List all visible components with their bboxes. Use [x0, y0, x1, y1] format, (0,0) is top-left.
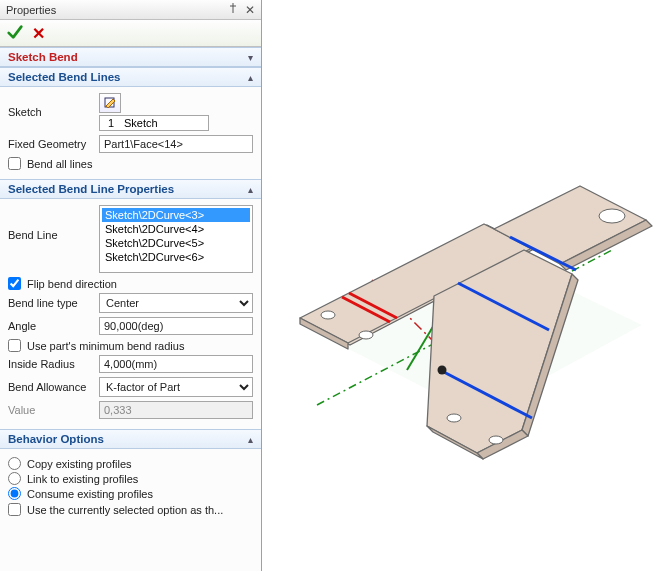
bend-line-item[interactable]: Sketch\2DCurve<6> — [102, 250, 250, 264]
section-behavior-header[interactable]: Behavior Options ▴ — [0, 429, 261, 449]
feature-name: Sketch Bend — [8, 51, 78, 63]
sketch-field[interactable]: 1 Sketch — [99, 115, 209, 131]
link-profiles-radio[interactable]: Link to existing profiles — [8, 472, 253, 485]
value-label: Value — [8, 404, 93, 416]
section-bend-props-header[interactable]: Selected Bend Line Properties ▴ — [0, 179, 261, 199]
default-option-label: Use the currently selected option as th.… — [27, 504, 223, 516]
svg-point-31 — [447, 414, 461, 422]
bend-allowance-select[interactable]: K-factor of Part — [99, 377, 253, 397]
section-title: Selected Bend Line Properties — [8, 183, 174, 195]
use-min-radius-checkbox[interactable]: Use part's minimum bend radius — [8, 339, 253, 352]
chevron-down-icon: ▾ — [248, 52, 253, 63]
section-title: Selected Bend Lines — [8, 71, 120, 83]
flip-bend-checkbox[interactable]: Flip bend direction — [8, 277, 253, 290]
angle-label: Angle — [8, 320, 93, 332]
properties-panel: Properties ✕ ✕ Sketch Bend ▾ Selected Be… — [0, 0, 262, 571]
flip-bend-input[interactable] — [8, 277, 21, 290]
svg-point-27 — [321, 311, 335, 319]
edit-sketch-button[interactable] — [99, 93, 121, 113]
action-bar: ✕ — [0, 20, 261, 47]
section-selected-bend-lines-header[interactable]: Selected Bend Lines ▴ — [0, 67, 261, 87]
svg-point-28 — [359, 331, 373, 339]
panel-title: Properties — [6, 4, 56, 16]
consume-profiles-input[interactable] — [8, 487, 21, 500]
bend-line-label: Bend Line — [8, 205, 93, 241]
model-view-svg — [262, 0, 658, 571]
bend-line-type-select[interactable]: Center — [99, 293, 253, 313]
svg-point-32 — [438, 366, 447, 375]
section-behavior-body: Copy existing profiles Link to existing … — [0, 449, 261, 525]
default-option-input[interactable] — [8, 503, 21, 516]
default-option-checkbox[interactable]: Use the currently selected option as th.… — [8, 503, 253, 516]
bend-line-type-label: Bend line type — [8, 297, 93, 309]
chevron-up-icon: ▴ — [248, 434, 253, 445]
section-title: Behavior Options — [8, 433, 104, 445]
inside-radius-label: Inside Radius — [8, 358, 93, 370]
consume-profiles-label: Consume existing profiles — [27, 488, 153, 500]
use-min-radius-input[interactable] — [8, 339, 21, 352]
sketch-name: Sketch — [124, 117, 158, 129]
sketch-index: 1 — [104, 117, 118, 129]
svg-point-29 — [599, 209, 625, 223]
sketch-label: Sketch — [8, 106, 93, 118]
bend-allowance-label: Bend Allowance — [8, 381, 93, 393]
model-viewport[interactable] — [262, 0, 658, 571]
bend-line-item[interactable]: Sketch\2DCurve<3> — [102, 208, 250, 222]
chevron-up-icon: ▴ — [248, 72, 253, 83]
bend-line-item[interactable]: Sketch\2DCurve<5> — [102, 236, 250, 250]
angle-input[interactable] — [99, 317, 253, 335]
close-icon[interactable]: ✕ — [245, 3, 255, 17]
bend-all-lines-input[interactable] — [8, 157, 21, 170]
bend-line-list[interactable]: Sketch\2DCurve<3> Sketch\2DCurve<4> Sket… — [99, 205, 253, 273]
fixed-geometry-label: Fixed Geometry — [8, 138, 93, 150]
bend-all-lines-checkbox[interactable]: Bend all lines — [8, 157, 253, 170]
copy-profiles-radio[interactable]: Copy existing profiles — [8, 457, 253, 470]
chevron-up-icon: ▴ — [248, 184, 253, 195]
svg-point-30 — [489, 436, 503, 444]
ok-button[interactable] — [6, 23, 24, 43]
fixed-geometry-field[interactable]: Part1\Face<14> — [99, 135, 253, 153]
section-bend-props-body: Bend Line Sketch\2DCurve<3> Sketch\2DCur… — [0, 199, 261, 429]
cancel-button[interactable]: ✕ — [32, 24, 45, 43]
flip-bend-label: Flip bend direction — [27, 278, 117, 290]
consume-profiles-radio[interactable]: Consume existing profiles — [8, 487, 253, 500]
inside-radius-input[interactable] — [99, 355, 253, 373]
pin-icon[interactable] — [227, 2, 239, 17]
link-profiles-input[interactable] — [8, 472, 21, 485]
panel-titlebar: Properties ✕ — [0, 0, 261, 20]
bend-all-lines-label: Bend all lines — [27, 158, 92, 170]
section-selected-bend-lines-body: Sketch 1 Sketch Fixed Geometry Part1\Fac… — [0, 87, 261, 179]
copy-profiles-input[interactable] — [8, 457, 21, 470]
feature-header[interactable]: Sketch Bend ▾ — [0, 47, 261, 67]
value-input — [99, 401, 253, 419]
use-min-radius-label: Use part's minimum bend radius — [27, 340, 184, 352]
bend-line-item[interactable]: Sketch\2DCurve<4> — [102, 222, 250, 236]
copy-profiles-label: Copy existing profiles — [27, 458, 132, 470]
link-profiles-label: Link to existing profiles — [27, 473, 138, 485]
